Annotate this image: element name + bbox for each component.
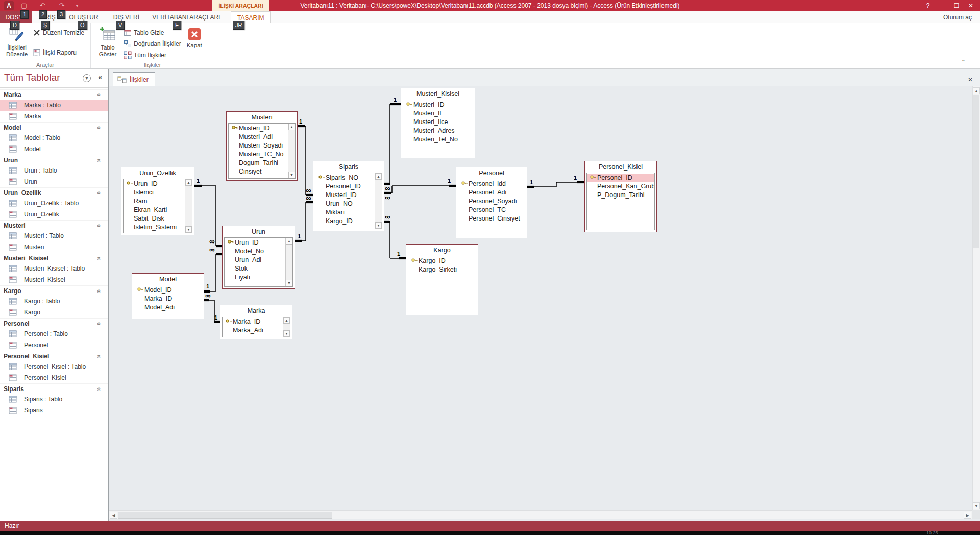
tab-dis-veri[interactable]: DIŞ VERİ <box>107 11 145 23</box>
scroll-right-icon[interactable]: ▶ <box>964 512 971 519</box>
qat-customize-dropdown-icon[interactable]: ▾ <box>72 2 82 10</box>
relationship-marka-model[interactable]: ∞1 <box>204 291 220 322</box>
nav-item-musteri[interactable]: Musteri <box>0 241 108 253</box>
field-fiyati[interactable]: Fiyati <box>225 273 285 282</box>
scroll-down-icon[interactable]: ▼ <box>185 226 192 233</box>
field-marka_id[interactable]: Marka_ID <box>134 295 202 303</box>
nav-item-musteri-kisisel-tablo[interactable]: Musteri_Kisisel : Tablo <box>0 263 108 274</box>
field-personel_tc[interactable]: Personel_TC <box>458 206 525 214</box>
table-scrollbar[interactable]: ▲▼ <box>288 124 295 178</box>
collapse-chevron-icon[interactable]: « <box>94 159 105 162</box>
field-musteri_tc_no[interactable]: Musteri_TC_No <box>229 150 288 159</box>
scroll-down-icon[interactable]: ▼ <box>286 280 292 286</box>
undo-icon[interactable]: ↶ <box>38 2 47 10</box>
maximize-button[interactable]: ☐ <box>949 0 964 11</box>
field-model_id[interactable]: Model_ID <box>134 286 202 295</box>
relationship-urun_ozellik-urun[interactable]: 1∞ <box>194 178 222 246</box>
table-title[interactable]: Musteri_Kisisel <box>402 89 474 99</box>
nav-item-marka-tablo[interactable]: Marka : Tablo <box>0 100 108 111</box>
document-tab-iliskiler[interactable]: İlişkiler <box>113 72 155 86</box>
field-personel_id[interactable]: Personel_ID <box>587 174 654 182</box>
table-scrollbar[interactable]: ▲▼ <box>283 317 290 337</box>
field-kargo_sirketi[interactable]: Kargo_Sirketi <box>408 265 476 274</box>
table-marka[interactable]: MarkaMarka_IDMarka_Adi▲▼ <box>220 305 292 339</box>
table-urun[interactable]: UrunUrun_IDModel_NoUrun_AdiStokFiyati▲▼ <box>222 226 295 289</box>
field-personel_idd[interactable]: Personel_idd <box>458 180 525 188</box>
field-sabit_disk[interactable]: Sabit_Disk <box>124 214 185 223</box>
field-musteri_id[interactable]: Musteri_ID <box>229 124 288 133</box>
nav-group-header-model[interactable]: Model« <box>0 122 108 132</box>
table-musteri_kisisel[interactable]: Musteri_KisiselMusteri_IDMusteri_IlMuste… <box>401 88 475 158</box>
all-relationships-button[interactable]: Tüm İlişkiler <box>124 50 181 61</box>
nav-group-header-urun_ozellik[interactable]: Urun_Ozellik« <box>0 187 108 198</box>
redo-icon[interactable]: ↷ <box>57 2 66 10</box>
field-p_dogum_tarihi[interactable]: P_Dogum_Tarihi <box>587 191 654 200</box>
table-siparis[interactable]: SiparisSiparis_NOPersonel_IDMusteri_IDUr… <box>313 161 384 231</box>
collapse-chevron-icon[interactable]: « <box>94 191 105 195</box>
field-musteri_adres[interactable]: Musteri_Adres <box>403 127 473 135</box>
scroll-down-icon[interactable]: ▼ <box>283 330 290 337</box>
edit-relationships-button[interactable]: İlişkileri Düzenle <box>2 25 32 61</box>
field-personel_adi[interactable]: Personel_Adi <box>458 188 525 197</box>
nav-item-model[interactable]: Model <box>0 143 108 155</box>
table-title[interactable]: Urun_Ozellik <box>122 168 193 178</box>
collapse-chevron-icon[interactable]: « <box>94 289 105 293</box>
nav-item-siparis-tablo[interactable]: Siparis : Tablo <box>0 394 108 405</box>
table-scrollbar[interactable]: ▲▼ <box>375 173 382 229</box>
field-urun_no[interactable]: Urun_NO <box>315 200 375 208</box>
collapse-chevron-icon[interactable]: « <box>94 322 105 326</box>
field-isletim_sistemi[interactable]: Isletim_Sistemi <box>124 223 185 232</box>
table-model[interactable]: ModelModel_IDMarka_IDModel_Adi <box>132 273 204 319</box>
field-ekran_karti[interactable]: Ekran_Karti <box>124 206 185 214</box>
field-marka_id[interactable]: Marka_ID <box>223 318 283 326</box>
table-urun_ozellik[interactable]: Urun_OzellikUrun_IDIslemciRamEkran_Karti… <box>121 167 194 235</box>
scroll-up-icon[interactable]: ▲ <box>185 179 192 186</box>
field-personel_cinsiyet[interactable]: Personel_Cinsiyet <box>458 214 525 223</box>
field-urun_id[interactable]: Urun_ID <box>225 238 285 247</box>
help-button[interactable]: ? <box>921 0 935 11</box>
field-islemci[interactable]: Islemci <box>124 188 185 197</box>
relationship-urun-siparis[interactable]: 1∞ <box>295 193 313 241</box>
direct-relationships-button[interactable]: Doğrudan İlişkiler <box>124 38 181 50</box>
nav-item-musteri-kisisel[interactable]: Musteri_Kisisel <box>0 274 108 285</box>
shutter-bar-close-icon[interactable]: « <box>98 73 102 81</box>
nav-item-urun[interactable]: Urun <box>0 176 108 187</box>
nav-item-musteri-tablo[interactable]: Musteri : Tablo <box>0 230 108 241</box>
table-personel[interactable]: PersonelPersonel_iddPersonel_AdiPersonel… <box>456 167 527 238</box>
table-scrollbar[interactable]: ▲▼ <box>185 179 192 233</box>
collapse-chevron-icon[interactable]: « <box>94 126 105 130</box>
nav-item-model-tablo[interactable]: Model : Tablo <box>0 132 108 143</box>
close-button[interactable]: ✕ <box>964 0 978 11</box>
field-model_no[interactable]: Model_No <box>225 247 285 256</box>
minimize-button[interactable]: – <box>935 0 949 11</box>
field-marka_adi[interactable]: Marka_Adi <box>223 326 283 335</box>
relationship-siparis-musteri_kisisel[interactable]: ∞1 <box>384 96 401 192</box>
collapse-chevron-icon[interactable]: « <box>94 387 105 391</box>
nav-group-header-marka[interactable]: Marka« <box>0 89 108 100</box>
table-title[interactable]: Siparis <box>314 162 383 172</box>
field-musteri_ilce[interactable]: Musteri_Ilce <box>403 118 473 127</box>
scroll-down-icon[interactable]: ▼ <box>375 222 382 229</box>
relationship-report-button[interactable]: İlişki Raporu <box>33 47 84 58</box>
nav-group-header-personel_kisiel[interactable]: Personel_Kisiel« <box>0 351 108 361</box>
field-musteri_soyadi[interactable]: Musteri_Soyadi <box>229 141 288 150</box>
nav-group-header-kargo[interactable]: Kargo« <box>0 285 108 296</box>
collapse-ribbon-icon[interactable]: ⌃ <box>961 59 966 65</box>
nav-item-personel-tablo[interactable]: Personel : Tablo <box>0 328 108 339</box>
scroll-up-icon[interactable]: ▲ <box>375 173 382 180</box>
table-title[interactable]: Marka <box>222 306 291 316</box>
collapse-chevron-icon[interactable]: « <box>94 224 105 228</box>
scroll-down-icon[interactable]: ▼ <box>288 172 295 178</box>
relationship-model-urun[interactable]: 1∞ <box>204 245 222 291</box>
nav-item-marka[interactable]: Marka <box>0 111 108 122</box>
field-musteri_id[interactable]: Musteri_ID <box>403 101 473 109</box>
nav-item-urun-tablo[interactable]: Urun : Tablo <box>0 165 108 176</box>
table-musteri[interactable]: MusteriMusteri_IDMusteri_AdiMusteri_Soya… <box>226 111 298 181</box>
relationships-canvas[interactable]: 1∞1∞∞11∞1∞∞1∞1∞111 Musteri_KisiselMuster… <box>109 86 980 510</box>
nav-item-siparis[interactable]: Siparis <box>0 405 108 416</box>
relationship-siparis-personel[interactable]: ∞1 <box>384 178 456 202</box>
relationship-siparis-kargo[interactable]: ∞1 <box>384 212 406 258</box>
field-model_adi[interactable]: Model_Adi <box>134 303 202 312</box>
collapse-chevron-icon[interactable]: « <box>94 93 105 97</box>
field-personel_kan_grubu[interactable]: Personel_Kan_Grubu <box>587 182 654 191</box>
